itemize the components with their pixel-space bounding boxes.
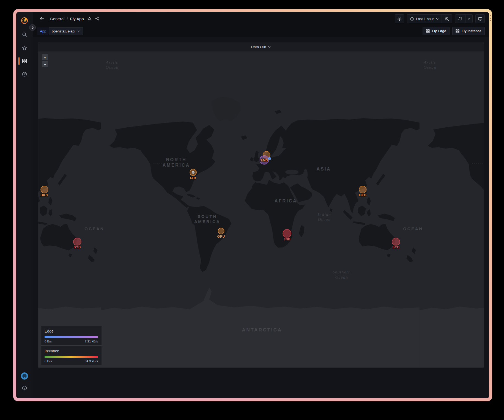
world-map[interactable]: ArcticOceanArcticOceanNORTHAMERICAASIAAF…: [38, 51, 484, 367]
legend-max-value: 7.21 kB/s: [85, 340, 98, 343]
map-zoom-controls: + −: [42, 54, 48, 67]
time-range-button[interactable]: Last 1 hour: [407, 15, 442, 23]
map-label-southern-ocean: SouthernOcean: [333, 270, 351, 279]
fly-edge-label: Fly Edge: [432, 29, 446, 33]
app-window-frame: General / Fly App: [13, 9, 492, 401]
chevron-down-icon: [268, 45, 271, 48]
marker-hkg-east[interactable]: [359, 186, 366, 193]
zoom-out-time-button[interactable]: [442, 15, 452, 23]
map-label-africa: AFRICA: [275, 198, 297, 203]
star-icon: [22, 45, 27, 51]
variable-label[interactable]: App: [37, 27, 49, 35]
top-navbar: General / Fly App: [33, 12, 489, 25]
marker-ams-edge-label: AMS: [260, 158, 268, 162]
marker-syd-west[interactable]: [73, 238, 81, 246]
window-handle-dots: [490, 15, 491, 21]
search-icon: [22, 32, 27, 37]
share-alt-icon: [95, 17, 99, 21]
marker-hkg-east-label: HKG: [359, 193, 366, 197]
map-zoom-in-button[interactable]: +: [42, 54, 48, 60]
compass-icon: [22, 72, 27, 77]
marker-gru[interactable]: [218, 228, 224, 234]
geomap-panel: Data Out: [38, 42, 484, 368]
arrow-left-icon: [39, 16, 45, 21]
legend-title: Instance: [45, 349, 98, 353]
marker-ams-edge-small[interactable]: [268, 157, 271, 160]
map-label-arctic-ocean-east: ArcticOcean: [423, 60, 436, 70]
fly-instance-link[interactable]: Fly Instance: [452, 27, 485, 35]
marker-syd-east-label: SYD: [392, 245, 399, 249]
apps-grid-icon: [456, 29, 459, 33]
marker-hkg-west-label: HKG: [40, 193, 48, 197]
dashboard-canvas: Data Out: [33, 37, 489, 398]
share-dashboard-button[interactable]: [94, 15, 100, 22]
refresh-interval-button[interactable]: [465, 15, 472, 23]
sidebar-expand-button[interactable]: [29, 24, 36, 31]
refresh-picker: [455, 14, 473, 23]
time-range-label: Last 1 hour: [416, 17, 434, 21]
chevron-down-icon: [436, 17, 439, 20]
chevron-down-icon: [77, 30, 80, 33]
marker-jnb-label: JNB: [283, 237, 291, 241]
world-map-svg: ArcticOceanArcticOceanNORTHAMERICAASIAAF…: [38, 51, 484, 367]
breadcrumb-page-title: Fly App: [70, 17, 84, 21]
chevron-down-icon: [467, 17, 470, 20]
map-label-ocean-west: OCEAN: [84, 226, 104, 231]
back-button[interactable]: [38, 15, 46, 23]
legend-section-edge: Edge0 B/s7.21 kB/s: [41, 326, 102, 345]
variable-value-dropdown[interactable]: openstatus-api: [49, 27, 83, 35]
legend-min-value: 0 B/s: [45, 359, 52, 363]
panel-title-menu[interactable]: Data Out: [38, 42, 484, 51]
main-area: General / Fly App: [33, 12, 489, 398]
refresh-icon: [458, 17, 462, 21]
legend-gradient-bar: [45, 356, 98, 358]
marker-iad-instance-label: IAD: [190, 176, 196, 180]
legend-gradient-bar: [45, 336, 98, 338]
dashboards-grid-icon: [22, 58, 27, 64]
sidebar-item-starred[interactable]: [16, 41, 33, 54]
tv-mode-button[interactable]: [475, 14, 485, 23]
breadcrumb-separator: /: [67, 17, 68, 21]
panel-title: Data Out: [251, 45, 266, 49]
map-label-south-america: SOUTHAMERICA: [194, 214, 220, 224]
map-zoom-out-button[interactable]: −: [42, 61, 48, 67]
gear-icon: [397, 17, 402, 21]
breadcrumb-section[interactable]: General: [50, 17, 64, 21]
map-label-ocean-east: OCEAN: [403, 226, 423, 231]
sidebar: [16, 12, 33, 398]
chevron-right-icon: [31, 26, 34, 29]
map-label-antarctica: ANTARCTICA: [242, 327, 282, 333]
zoom-out-icon: [445, 17, 449, 21]
breadcrumb: General / Fly App: [50, 17, 84, 21]
map-legend: Edge0 B/s7.21 kB/sInstance0 B/s34.3 kB/s: [41, 326, 102, 365]
fly-instance-label: Fly Instance: [462, 29, 481, 33]
apps-grid-icon: [426, 29, 430, 33]
refresh-button[interactable]: [455, 15, 465, 23]
sidebar-item-help[interactable]: [22, 385, 27, 392]
marker-hkg-west[interactable]: [41, 186, 48, 193]
clock-icon: [410, 17, 414, 21]
grafana-logo-icon[interactable]: [20, 17, 29, 25]
variable-value: openstatus-api: [52, 29, 75, 33]
sidebar-item-explore[interactable]: [16, 68, 33, 81]
time-picker: Last 1 hour: [407, 14, 452, 23]
marker-syd-east[interactable]: [392, 238, 400, 246]
sub-navbar: App openstatus-api Fly Edge: [33, 25, 489, 37]
sidebar-item-dashboards[interactable]: [16, 54, 33, 68]
dashboard-settings-button[interactable]: [395, 14, 404, 23]
profile-avatar[interactable]: [21, 372, 28, 380]
legend-section-instance: Instance0 B/s34.3 kB/s: [41, 345, 102, 365]
favorite-dashboard-button[interactable]: [86, 15, 93, 22]
marker-gru-label: GRU: [217, 235, 225, 238]
fly-edge-link[interactable]: Fly Edge: [423, 27, 450, 35]
legend-min-value: 0 B/s: [45, 340, 52, 343]
map-label-asia: ASIA: [317, 166, 331, 171]
map-label-indian-ocean: IndianOcean: [317, 212, 331, 222]
marker-syd-west-label: SYD: [74, 245, 81, 249]
help-icon: [22, 385, 27, 391]
marker-iad-edge[interactable]: [192, 171, 194, 174]
marker-jnb[interactable]: [283, 229, 291, 238]
legend-max-value: 34.3 kB/s: [85, 359, 98, 363]
template-variable-app: App openstatus-api: [37, 27, 83, 35]
map-label-arctic-ocean-west: ArcticOcean: [106, 60, 119, 70]
